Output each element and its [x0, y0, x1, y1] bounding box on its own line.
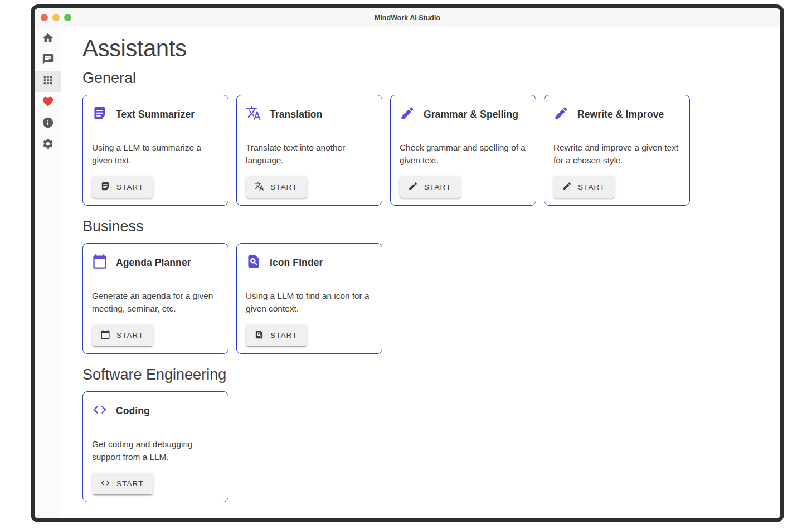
sidebar-item-settings[interactable] [35, 134, 61, 156]
card-title: Grammar & Spelling [424, 109, 518, 120]
start-button-label: START [116, 331, 144, 339]
start-button-label: START [270, 331, 298, 339]
sidebar [35, 27, 61, 518]
pencil-icon [400, 105, 415, 123]
window-title: MindWork AI Studio [375, 14, 440, 22]
card-description: Generate an agenda for a given meeting, … [92, 290, 219, 315]
pencil-icon [408, 181, 418, 193]
assistant-card-grammar-spelling: Grammar & Spelling Check grammar and spe… [390, 95, 536, 206]
card-description: Using a LLM to summarize a given text. [92, 142, 219, 167]
start-button-label: START [424, 183, 451, 191]
start-rewrite-improve-button[interactable]: START [553, 176, 615, 198]
sidebar-item-about[interactable] [35, 113, 61, 134]
home-icon [42, 32, 54, 46]
heart-icon [42, 95, 54, 110]
start-coding-button[interactable]: START [92, 473, 153, 494]
sidebar-item-favorites[interactable] [35, 92, 61, 113]
assistant-card-rewrite-improve: Rewrite & Improve Rewrite and improve a … [544, 95, 690, 206]
translate-icon [246, 105, 261, 123]
assistant-card-coding: Coding Get coding and debugging support … [82, 391, 228, 502]
sidebar-item-home[interactable] [35, 28, 61, 50]
pencil-icon [553, 105, 569, 123]
card-description: Translate text into another language. [246, 142, 373, 167]
card-description: Rewrite and improve a given text for a c… [553, 142, 680, 167]
calendar-icon [92, 254, 108, 271]
section-title-general: General [82, 70, 780, 87]
document-icon [92, 105, 108, 123]
document-icon [100, 181, 110, 193]
start-text-summarizer-button[interactable]: START [92, 176, 153, 198]
assistant-card-icon-finder: Icon Finder Using a LLM to find an icon … [236, 243, 382, 354]
start-button-label: START [116, 183, 144, 191]
card-title: Icon Finder [270, 257, 323, 269]
card-title: Text Summarizer [116, 109, 195, 120]
translate-icon [254, 181, 264, 193]
code-icon [100, 478, 110, 489]
card-title: Rewrite & Improve [577, 109, 664, 120]
start-icon-finder-button[interactable]: START [246, 324, 307, 346]
zoom-window-button[interactable] [64, 14, 71, 21]
card-row-business: Agenda Planner Generate an agenda for a … [82, 243, 780, 354]
chat-icon [42, 53, 54, 67]
close-window-button[interactable] [41, 14, 48, 21]
card-row-general: Text Summarizer Using a LLM to summarize… [82, 95, 780, 206]
start-translation-button[interactable]: START [246, 176, 307, 198]
sidebar-item-assistants[interactable] [35, 71, 61, 92]
main-content: Assistants General Text Summarizer Using… [61, 27, 780, 518]
calendar-icon [100, 329, 110, 341]
start-grammar-spelling-button[interactable]: START [400, 176, 461, 198]
card-title: Translation [270, 109, 322, 120]
card-title: Coding [116, 405, 150, 417]
start-button-label: START [116, 479, 144, 488]
section-title-business: Business [82, 218, 780, 235]
icon-search-icon [246, 254, 261, 271]
page-title: Assistants [82, 35, 780, 62]
apps-grid-icon [42, 74, 54, 89]
window-controls [41, 8, 71, 27]
app-window: MindWork AI Studio Assistants [31, 4, 784, 522]
section-title-software-engineering: Software Engineering [82, 366, 780, 384]
card-title: Agenda Planner [116, 257, 191, 269]
start-agenda-planner-button[interactable]: START [92, 324, 153, 346]
pencil-icon [562, 181, 572, 193]
minimize-window-button[interactable] [52, 14, 60, 21]
start-button-label: START [578, 183, 605, 191]
icon-search-icon [254, 329, 264, 341]
code-icon [92, 402, 108, 420]
gear-icon [42, 138, 54, 152]
start-button-label: START [270, 183, 298, 191]
sidebar-item-chats[interactable] [35, 50, 61, 71]
assistant-card-text-summarizer: Text Summarizer Using a LLM to summarize… [82, 95, 228, 206]
assistant-card-agenda-planner: Agenda Planner Generate an agenda for a … [82, 243, 228, 354]
titlebar: MindWork AI Studio [35, 8, 780, 27]
info-icon [42, 117, 54, 131]
card-description: Using a LLM to find an icon for a given … [246, 290, 373, 315]
assistant-card-translation: Translation Translate text into another … [236, 95, 382, 206]
card-row-software-engineering: Coding Get coding and debugging support … [82, 391, 780, 502]
card-description: Get coding and debugging support from a … [92, 438, 219, 463]
card-description: Check grammar and spelling of a given te… [400, 142, 527, 167]
